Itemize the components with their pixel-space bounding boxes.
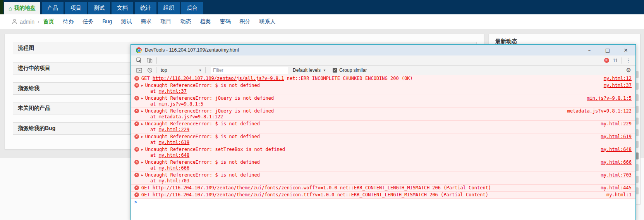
console-message-text: GET http://116.204.107.109/zentao/js/all… [141,76,598,81]
console-row: ✕▶Uncaught ReferenceError: $ is not defi… [131,172,635,185]
toggle-device-toolbar-icon[interactable] [147,57,153,63]
inspect-element-icon[interactable] [136,57,142,63]
kebab-menu-icon[interactable]: ⋮ [626,57,631,63]
devtools-window: DevTools - 116.204.107.109/zentao/my.htm… [131,44,636,220]
source-location-link[interactable]: my.html:229 [601,121,632,127]
separator [156,57,157,64]
stack-source-link[interactable]: my.html:703 [159,178,189,184]
menu-item[interactable]: 待办 [63,18,74,25]
console-message-text: ▶Uncaught ReferenceError: $ is not defin… [141,121,596,127]
stack-frame: at my.html:619 [141,140,596,146]
menu-item[interactable]: 项目 [160,18,171,25]
error-text: Uncaught ReferenceError: $ is not define… [145,159,260,165]
console-row: ✕GET http://116.204.107.109/zentao/js/al… [131,75,635,82]
stack-source-link[interactable]: my.html:229 [159,127,189,132]
devtools-titlebar[interactable]: DevTools - 116.204.107.109/zentao/my.htm… [131,45,635,55]
menu-item[interactable]: 动态 [180,18,191,25]
at-label: at [150,152,159,158]
chrome-icon [136,47,142,53]
source-location-link[interactable]: my.html:1 [606,192,632,198]
menu-item[interactable]: Bug [102,18,112,25]
context-select[interactable]: top ▼ [160,68,202,73]
default-levels-label: Default levels [293,68,321,73]
source-location-link[interactable]: my.html:12 [604,76,632,81]
source-location-link[interactable]: min.js?v=9.8.1:5 [587,95,632,101]
console-message-body: GET http://116.204.107.109/zentao/theme/… [141,185,596,191]
source-location-link[interactable]: my.html:37 [604,83,632,88]
top-nav-tab[interactable]: 后台 [181,2,203,14]
expand-arrow-icon[interactable]: ▶ [141,148,143,151]
expand-arrow-icon[interactable]: ▶ [141,97,143,100]
group-similar-checkbox[interactable]: ✓ [333,68,337,73]
top-nav-tab[interactable]: 产品 [42,2,64,14]
console-toolbar: top ▼ Default levels ▼ ✓ Group similar ⚙ [131,66,635,75]
error-text: Uncaught ReferenceError: $ is not define… [145,83,260,88]
source-location-link[interactable]: my.html:703 [601,172,632,178]
expand-arrow-icon[interactable]: ▶ [141,161,143,164]
stack-source-link[interactable]: metadata.js?v=9.8.1:122 [159,114,223,120]
console-prompt[interactable]: > [131,199,635,206]
console-message-body: ▶Uncaught ReferenceError: jQuery is not … [141,95,581,107]
menu-item[interactable]: 联系人 [259,18,275,25]
filter-input[interactable] [211,67,288,74]
minimize-button[interactable]: – [586,47,593,53]
expand-arrow-icon[interactable]: ▶ [141,109,143,113]
expand-arrow-icon[interactable]: ▶ [141,122,143,126]
top-nav-tab[interactable]: 组织 [158,2,180,14]
console-message-body: ▶Uncaught ReferenceError: setTreeBox is … [141,147,596,158]
close-button[interactable]: ✕ [622,47,629,53]
source-location-link[interactable]: my.html:619 [601,134,632,140]
user-icon [12,19,17,24]
show-console-sidebar-icon[interactable] [136,68,142,73]
top-nav-tab[interactable]: 项目 [65,2,87,14]
request-url-link[interactable]: http://116.204.107.109/zentao/js/all.js?… [153,76,284,81]
top-nav-tab[interactable]: 统计 [135,2,156,14]
username[interactable]: admin [20,19,34,25]
method-label: GET [141,76,153,81]
devtools-left-icons [131,55,156,65]
menu-item[interactable]: 密码 [220,18,230,25]
console-message-text: ▶Uncaught ReferenceError: jQuery is not … [141,95,581,101]
stack-source-link[interactable]: min.js?v=9.8.1:5 [159,101,204,107]
expand-arrow-icon[interactable]: ▶ [141,84,143,87]
request-url-link[interactable]: http://116.204.107.109/zentao/theme/zui/… [153,192,335,197]
method-label: GET [141,185,153,191]
clear-console-icon[interactable] [147,68,153,73]
stack-frame: at my.html:648 [141,152,596,158]
net-error-text: net::ERR_CONTENT_LENGTH_MISMATCH 206 (Pa… [337,185,491,191]
source-location-link[interactable]: my.html:648 [601,147,632,152]
home-icon: ⌂ [9,5,12,12]
menu-item[interactable]: 需求 [141,18,151,25]
console-message-body: ▶Uncaught ReferenceError: $ is not defin… [141,83,598,94]
prompt-chevron-icon: > [134,199,137,205]
expand-arrow-icon[interactable]: ▶ [141,135,143,139]
logo-strip [0,0,3,14]
maximize-button[interactable]: □ [604,47,611,53]
stack-source-link[interactable]: my.html:648 [159,152,189,158]
at-label: at [150,140,159,145]
menu-item[interactable]: 档案 [200,18,211,25]
user-bar: admin › 首页待办任务Bug测试需求项目动态档案密码积分联系人 [0,14,644,29]
top-nav-tab[interactable]: 测试 [88,2,110,14]
stack-source-link[interactable]: my.html:37 [159,88,187,94]
error-icon: ✕ [134,160,139,165]
source-location-link[interactable]: metadata.js?v=9.8.1:122 [567,108,632,114]
stack-source-link[interactable]: my.html:619 [159,140,189,145]
menu-item[interactable]: 首页 [43,18,54,25]
top-nav-tab[interactable]: 文档 [112,2,133,14]
separator [622,57,622,64]
top-nav-tabs: 产品项目测试文档统计组织后台 [42,2,204,14]
default-levels-select[interactable]: Default levels ▼ [293,68,326,73]
menu-item[interactable]: 积分 [239,18,250,25]
source-location-link[interactable]: my.html:445 [601,185,632,191]
menu-item[interactable]: 任务 [82,18,93,25]
source-location-link[interactable]: my.html:666 [601,159,632,165]
settings-gear-icon[interactable]: ⚙ [626,67,631,74]
menu-item[interactable]: 测试 [121,18,132,25]
request-url-link[interactable]: http://116.204.107.109/zentao/theme/zui/… [153,185,337,191]
expand-arrow-icon[interactable]: ▶ [141,173,143,177]
stack-source-link[interactable]: my.html:666 [159,165,189,171]
console-row: ✕▶Uncaught ReferenceError: $ is not defi… [131,133,635,146]
top-nav-tab-my-dashboard[interactable]: ⌂ 我的地盘 [4,2,40,14]
stack-frame: at my.html:666 [141,165,596,171]
